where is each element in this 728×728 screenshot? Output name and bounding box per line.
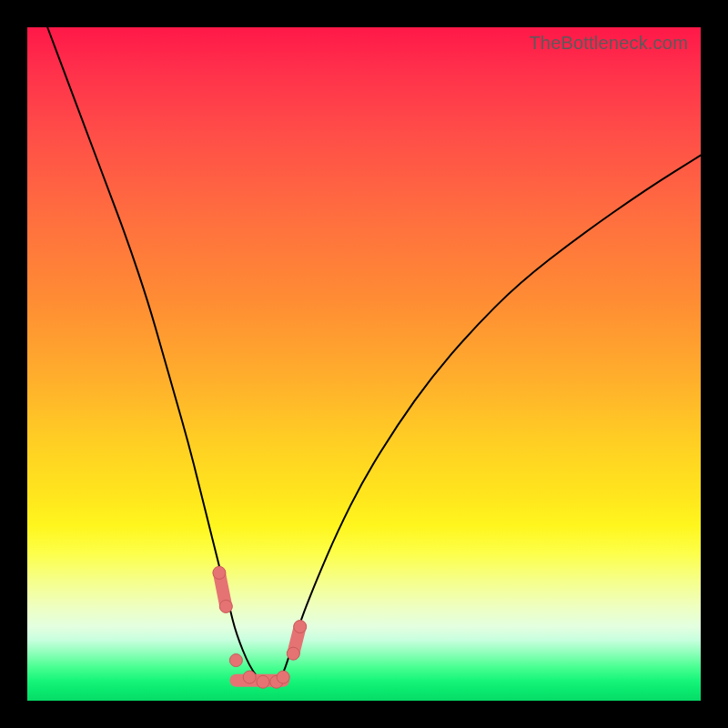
- bottleneck-curve-svg: [27, 27, 701, 701]
- trough-marker-dot: [257, 675, 269, 688]
- trough-marker-dot: [219, 600, 232, 612]
- trough-marker-dot: [287, 647, 299, 660]
- trough-marker-dot: [229, 654, 242, 667]
- marker-layer: [213, 566, 307, 688]
- trough-marker-dot: [243, 671, 256, 683]
- curve-layer: [47, 27, 701, 684]
- trough-marker-dot: [294, 621, 307, 633]
- bottleneck-curve-line: [47, 27, 701, 684]
- trough-marker-dot: [213, 566, 226, 579]
- chart-frame: TheBottleneck.com: [0, 0, 728, 728]
- plot-area: TheBottleneck.com: [27, 27, 701, 701]
- trough-marker-dot: [277, 671, 289, 683]
